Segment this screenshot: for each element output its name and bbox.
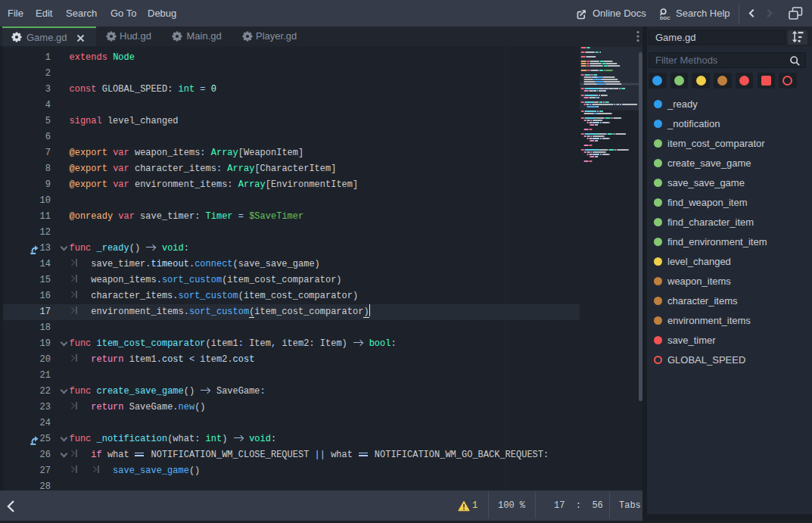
svg-text:DOC: DOC <box>660 15 670 20</box>
